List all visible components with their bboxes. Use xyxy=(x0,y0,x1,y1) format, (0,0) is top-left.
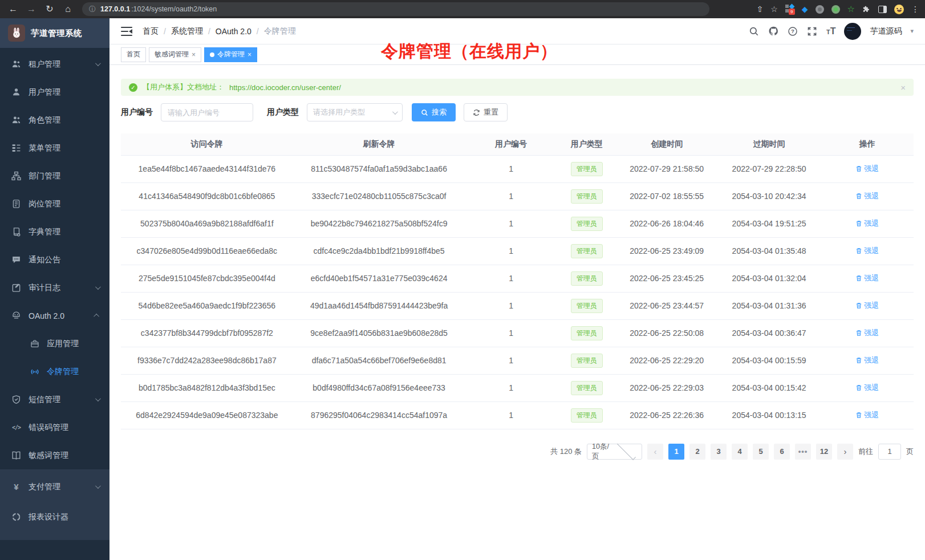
sidebar-item-report[interactable]: 报表设计器 xyxy=(0,502,109,532)
split-view-icon[interactable] xyxy=(878,6,887,13)
user-type-badge: 管理员 xyxy=(571,189,603,204)
user-type-select[interactable]: 请选择用户类型 xyxy=(307,103,403,121)
tab-sensitive-words[interactable]: 敏感词管理 × xyxy=(149,47,201,62)
roles-icon xyxy=(11,115,21,125)
help-icon[interactable]: ? xyxy=(788,26,798,36)
refresh-icon xyxy=(473,109,480,116)
alert-close-icon[interactable]: × xyxy=(900,83,906,92)
force-logout-button[interactable]: 强退 xyxy=(855,191,879,201)
browser-menu-kebab-icon[interactable]: ⋮ xyxy=(911,5,919,14)
extension-badge-icon[interactable]: 9 xyxy=(785,5,794,14)
user-avatar[interactable] xyxy=(844,23,861,40)
user-id-input[interactable] xyxy=(161,103,253,121)
page-button-12[interactable]: 12 xyxy=(816,444,832,460)
sidebar-item-user[interactable]: 用户管理 xyxy=(0,78,109,106)
page-size-select[interactable]: 10条/页 xyxy=(587,444,642,460)
reset-button[interactable]: 重置 xyxy=(464,103,508,121)
fullscreen-icon[interactable] xyxy=(807,26,818,36)
alert-doc-link[interactable]: https://doc.iocoder.cn/user-center/ xyxy=(229,83,341,92)
page-button-4[interactable]: 4 xyxy=(732,444,748,460)
force-logout-button[interactable]: 强退 xyxy=(855,218,879,229)
green-extension-icon[interactable] xyxy=(831,5,840,14)
tab-close-icon[interactable]: × xyxy=(192,51,196,59)
sidebar-item-sms[interactable]: 短信管理 xyxy=(0,385,109,413)
app-window: 芋道管理系统 租户管理 用户管理 角色管理 菜单管理 部门管理 xyxy=(0,18,925,560)
browser-back-icon[interactable]: ← xyxy=(6,2,21,17)
sidebar-item-sensitive[interactable]: 敏感词管理 xyxy=(0,441,109,469)
cell-refresh-token: e6cfd40eb1f54571a31e775e039c4624 xyxy=(293,265,465,292)
next-page-button[interactable]: › xyxy=(837,444,853,460)
user-type-badge: 管理员 xyxy=(571,299,603,313)
sidebar-item-menu[interactable]: 菜单管理 xyxy=(0,134,109,162)
puzzle-extensions-icon[interactable] xyxy=(862,5,871,14)
user-name[interactable]: 芋道源码 xyxy=(870,26,902,36)
sidebar-item-label: 应用管理 xyxy=(47,339,99,349)
filter-bar: 用户编号 用户类型 请选择用户类型 搜索 重置 xyxy=(121,103,914,121)
sidebar-item-role[interactable]: 角色管理 xyxy=(0,106,109,134)
cell-refresh-token: 333ecfc71e02480cb11055c875c3ca0f xyxy=(293,182,465,210)
sidebar-item-notice[interactable]: 通知公告 xyxy=(0,246,109,274)
tab-close-icon[interactable]: × xyxy=(248,51,251,59)
user-dropdown-caret-icon[interactable]: ▾ xyxy=(910,27,914,35)
force-logout-button[interactable]: 强退 xyxy=(855,383,879,393)
sidebar-item-dept[interactable]: 部门管理 xyxy=(0,162,109,190)
goto-suffix: 页 xyxy=(906,447,914,457)
sidebar-item-post[interactable]: 岗位管理 xyxy=(0,190,109,218)
force-logout-button[interactable]: 强退 xyxy=(855,246,879,256)
browser-forward-icon[interactable]: → xyxy=(24,2,39,17)
force-logout-button[interactable]: 强退 xyxy=(855,410,879,420)
sidebar: 芋道管理系统 租户管理 用户管理 角色管理 菜单管理 部门管理 xyxy=(0,18,109,560)
table-row: 41c41346a548490f9dc8b01c6bfe0865 333ecfc… xyxy=(121,182,914,210)
search-button[interactable]: 搜索 xyxy=(412,103,456,121)
browser-home-icon[interactable]: ⌂ xyxy=(60,2,75,17)
green-star-extension-icon[interactable]: ☆ xyxy=(847,4,855,14)
breadcrumb-system[interactable]: 系统管理 xyxy=(171,26,203,36)
gem-extension-icon[interactable]: ◆ xyxy=(802,5,808,14)
sidebar-item-pay[interactable]: ¥ 支付管理 xyxy=(0,472,109,502)
app-title: 芋道管理系统 xyxy=(31,28,82,39)
force-logout-button[interactable]: 强退 xyxy=(855,164,879,174)
page-button-3[interactable]: 3 xyxy=(711,444,727,460)
cell-expires: 2054-03-04 00:15:42 xyxy=(717,374,821,401)
profile-avatar-icon[interactable] xyxy=(894,5,904,14)
bookmark-star-icon[interactable]: ☆ xyxy=(770,5,778,14)
sidebar-item-label: 短信管理 xyxy=(29,395,95,405)
page-button-1[interactable]: 1 xyxy=(668,444,684,460)
page-button-5[interactable]: 5 xyxy=(753,444,769,460)
sidebar-item-errcode[interactable]: </> 错误码管理 xyxy=(0,413,109,441)
sidebar-item-tenant[interactable]: 租户管理 xyxy=(0,50,109,78)
page-button-6[interactable]: 6 xyxy=(774,444,790,460)
chevron-down-icon xyxy=(95,483,101,489)
search-icon[interactable] xyxy=(749,26,760,36)
address-bar[interactable]: ⓘ 127.0.0.1 :1024/system/oauth2/token xyxy=(82,2,709,16)
tab-token-management[interactable]: 令牌管理 × xyxy=(204,47,257,62)
github-icon[interactable] xyxy=(768,26,779,36)
force-logout-button[interactable]: 强退 xyxy=(855,328,879,338)
tab-home[interactable]: 首页 xyxy=(121,47,146,62)
font-size-icon[interactable]: TT xyxy=(826,26,836,36)
app-logo-row[interactable]: 芋道管理系统 xyxy=(0,18,109,48)
site-info-icon[interactable]: ⓘ xyxy=(89,5,96,14)
prev-page-button[interactable]: ‹ xyxy=(647,444,663,460)
search-button-label: 搜索 xyxy=(432,107,447,117)
force-logout-button[interactable]: 强退 xyxy=(855,355,879,366)
sidebar-item-oauth-token[interactable]: 令牌管理 xyxy=(0,358,109,385)
goto-page-input[interactable] xyxy=(878,444,901,460)
collapse-sidebar-icon[interactable] xyxy=(121,27,132,36)
breadcrumb-home[interactable]: 首页 xyxy=(143,26,159,36)
sidebar-item-audit[interactable]: 审计日志 xyxy=(0,274,109,302)
sidebar-item-oauth-app[interactable]: 应用管理 xyxy=(0,330,109,358)
more-pages-button[interactable]: ••• xyxy=(795,444,811,460)
browser-reload-icon[interactable]: ↻ xyxy=(42,2,57,17)
gray-extension-icon[interactable] xyxy=(816,5,824,14)
force-logout-button[interactable]: 强退 xyxy=(855,301,879,311)
sidebar-item-dict[interactable]: 字典管理 xyxy=(0,218,109,246)
page-button-2[interactable]: 2 xyxy=(689,444,705,460)
share-icon[interactable]: ⇧ xyxy=(756,5,763,14)
table-row: 502375b8040a469a9b82188afdf6af1f be90422… xyxy=(121,210,914,237)
sidebar-item-oauth[interactable]: OAuth 2.0 xyxy=(0,302,109,330)
force-logout-button[interactable]: 强退 xyxy=(855,273,879,283)
breadcrumb-oauth[interactable]: OAuth 2.0 xyxy=(216,27,251,36)
rabbit-logo-icon xyxy=(8,25,25,42)
sidebar-item-label: 支付管理 xyxy=(29,482,95,492)
